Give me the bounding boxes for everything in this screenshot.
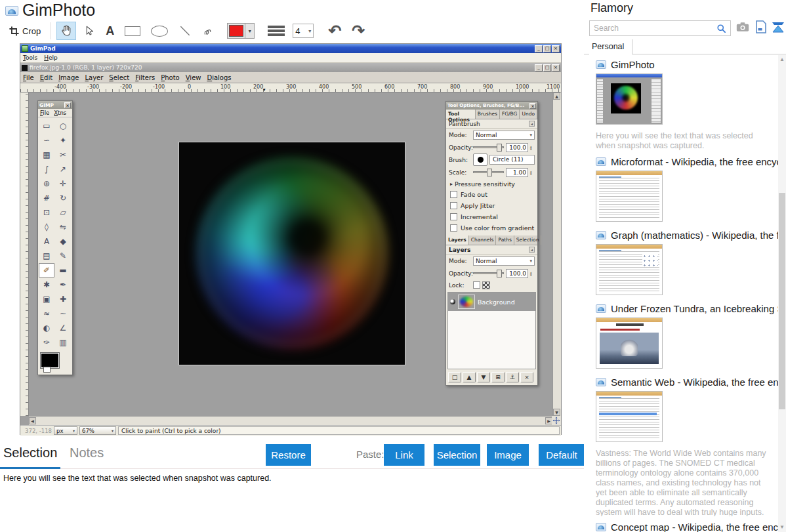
- list-item[interactable]: Graph (mathematics) - Wikipedia, the fre…: [596, 228, 778, 295]
- hand-icon: [60, 24, 73, 37]
- item-thumbnail[interactable]: [596, 391, 663, 442]
- item-title: GimPhoto: [611, 59, 655, 70]
- list-item[interactable]: Concept map - Wikipedia, the free encycl…: [596, 520, 778, 532]
- text-tool-button[interactable]: A: [102, 22, 117, 40]
- flip-tool-icon: ⇋: [55, 220, 71, 234]
- size-select[interactable]: 4 ▾: [292, 22, 314, 40]
- canvas-vertical-scrollbar: ▲ ▼: [552, 92, 561, 416]
- hand-tool-button[interactable]: [56, 22, 76, 40]
- new-note-icon[interactable]: [756, 20, 766, 33]
- sidebar-title: Flamory: [590, 1, 633, 15]
- flamory-sidebar: Flamory Personal GimPhoto Here you wil: [584, 0, 786, 532]
- item-thumbnail[interactable]: [596, 73, 663, 125]
- paste-image-button[interactable]: Image: [487, 444, 529, 466]
- tab-channels: Channels: [469, 235, 497, 245]
- menu-xtns: Xtns: [54, 110, 66, 116]
- text-tool-icon: A: [106, 24, 114, 38]
- restore-button[interactable]: Restore: [266, 444, 311, 466]
- checkbox-icon: [450, 224, 457, 232]
- item-description: Here you will see the text that was sele…: [596, 131, 773, 151]
- smudge-tool-icon: ∼: [55, 306, 71, 321]
- tab-notes[interactable]: Notes: [70, 445, 104, 460]
- camera-icon[interactable]: [736, 22, 749, 32]
- item-thumbnail[interactable]: [596, 171, 663, 222]
- item-thumbnail[interactable]: [596, 244, 663, 295]
- redo-button[interactable]: ↷: [348, 22, 368, 40]
- brush-swatch: [473, 153, 487, 166]
- gimp-canvas-area: GIMP × File Xtns ▭○∽✦▦✂∫↗⊕✛#↻⊡▱◊⇋A◆▤✎✐▬✱…: [20, 92, 561, 425]
- select-tool-button[interactable]: [80, 22, 98, 40]
- align-tool-icon: ▥: [55, 335, 71, 350]
- menu-select: Select: [109, 74, 129, 81]
- scroll-up-icon: ▲: [553, 92, 560, 100]
- foreground-select-tool-icon: ✑: [39, 335, 54, 350]
- tab-selection[interactable]: Selection: [3, 445, 57, 460]
- paste-selection-button[interactable]: Selection: [434, 444, 480, 466]
- item-thumbnail[interactable]: [596, 317, 663, 369]
- scroll-up-icon[interactable]: ▲: [778, 55, 786, 64]
- search-input[interactable]: [590, 21, 707, 35]
- paste-label: Paste:: [356, 449, 384, 460]
- active-tab-underline: [0, 467, 60, 469]
- color-picker-widget[interactable]: ▾: [226, 22, 255, 40]
- snapshot-preview[interactable]: GimPad _ □ × Tools Help firefox.jpg-1.0 …: [20, 43, 562, 435]
- ruler-label: 1000: [516, 84, 529, 90]
- current-color-swatch: [229, 25, 243, 37]
- list-item[interactable]: GimPhoto Here you will see the text that…: [596, 58, 778, 151]
- search-box[interactable]: [589, 20, 731, 36]
- tool-name: Paintbrush: [449, 121, 480, 127]
- rectangle-tool-button[interactable]: [121, 22, 144, 40]
- lower-layer-icon: ▼: [477, 372, 490, 382]
- eraser-tool-icon: ▬: [55, 263, 71, 277]
- scroll-down-icon[interactable]: ▼: [778, 523, 786, 532]
- color-dropdown-arrow[interactable]: ▾: [245, 24, 254, 38]
- line-icon: [178, 24, 192, 37]
- minimize-icon: _: [535, 45, 543, 52]
- pressure-sensitivity-expander: Pressure sensitivity: [446, 178, 537, 189]
- layers-opacity-row: Opacity: 100.0 ▴▾: [446, 267, 537, 279]
- search-icon[interactable]: [716, 24, 726, 33]
- select-by-color-tool-icon: ▦: [39, 148, 54, 162]
- ruler-label: 400: [319, 84, 329, 90]
- cursor-icon: [83, 25, 95, 37]
- unit-value: px: [56, 428, 63, 434]
- size-value: 4: [295, 26, 300, 36]
- paste-default-button[interactable]: Default: [539, 444, 585, 466]
- crop-button[interactable]: Crop: [5, 22, 44, 40]
- line-width-button[interactable]: [264, 22, 288, 40]
- ruler-label: 100: [220, 84, 230, 90]
- undo-button[interactable]: ↶: [325, 22, 344, 40]
- close-icon: ×: [64, 102, 71, 108]
- lock-alpha-icon: [482, 281, 490, 289]
- layers-tabs: Layers Channels Paths Selection: [446, 235, 537, 245]
- gimpad-icon: [22, 45, 28, 52]
- menu-file: File: [23, 74, 34, 81]
- sidebar-scrollbar[interactable]: ▲ ▼: [778, 55, 786, 532]
- item-description: Vastness: The World Wide Web contains ma…: [596, 449, 773, 516]
- list-item[interactable]: Microformat - Wikipedia, the free encycl…: [596, 155, 778, 222]
- heal-tool-icon: ✚: [55, 292, 71, 306]
- toolbox-menubar: File Xtns: [38, 109, 72, 117]
- list-item[interactable]: Under Frozen Tundra, an Icebreaking Ship…: [596, 302, 778, 369]
- checkbox-icon: [450, 213, 457, 220]
- crop-icon: [9, 26, 20, 37]
- toolbar-separator: [51, 22, 51, 39]
- scrollbar-thumb[interactable]: [779, 193, 785, 409]
- checkbox-label: Apply Jitter: [461, 202, 495, 209]
- flamory-collapse-icon[interactable]: [772, 22, 785, 33]
- lock-checkbox-icon: [473, 281, 480, 289]
- line-tool-button[interactable]: [175, 22, 195, 40]
- tab-layers: Layers: [446, 235, 469, 245]
- list-item[interactable]: Semantic Web - Wikipedia, the free encyc…: [596, 375, 778, 516]
- paste-link-button[interactable]: Link: [384, 444, 424, 466]
- canvas-horizontal-scrollbar: ◀ ▶: [29, 416, 552, 425]
- ellipse-select-tool-icon: ○: [55, 119, 71, 133]
- ellipse-tool-button[interactable]: [148, 22, 171, 40]
- scroll-left-icon: ◀: [29, 417, 36, 424]
- perspective-tool-icon: ◊: [39, 220, 54, 234]
- tab-personal[interactable]: Personal: [589, 39, 632, 54]
- item-title: Microformat - Wikipedia, the free encycl…: [611, 156, 778, 167]
- freehand-tool-button[interactable]: [199, 22, 217, 40]
- duplicate-layer-icon: ⊞: [491, 372, 505, 382]
- mode-value: Normal: [476, 132, 497, 138]
